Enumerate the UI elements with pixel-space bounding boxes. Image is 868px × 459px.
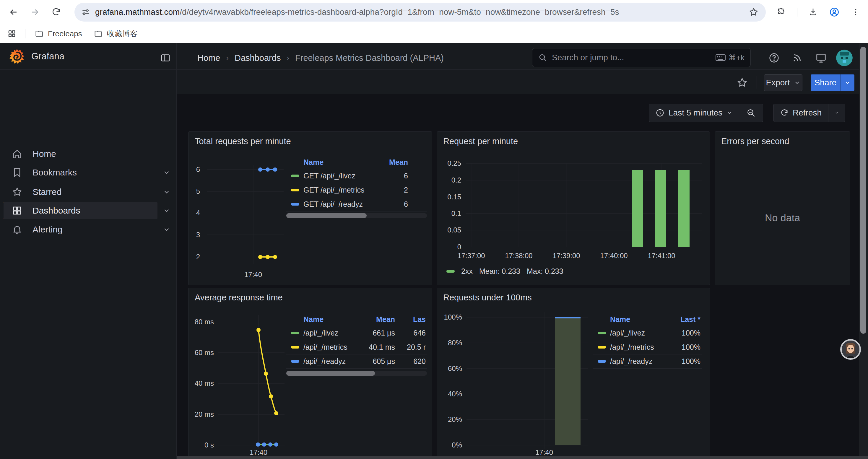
series-name[interactable]: GET /api/_/metrics (303, 186, 373, 194)
bookmark-star-icon[interactable] (749, 7, 759, 17)
series-swatch-blue[interactable] (291, 203, 299, 205)
extensions-icon[interactable] (774, 5, 788, 19)
x-tick: 17:40 (244, 270, 262, 279)
browser-toolbar: grafana.mathmast.com/d/deytv4rwavabkb/fr… (0, 0, 868, 24)
series-name[interactable]: /api/_/livez (610, 329, 665, 337)
refresh-button[interactable]: Refresh (774, 104, 828, 122)
floating-avatar[interactable] (840, 339, 861, 360)
legend-col-last[interactable]: Las (395, 315, 426, 324)
time-range-picker[interactable]: Last 5 minutes (649, 104, 739, 122)
download-icon[interactable] (806, 5, 820, 19)
legend-col-last[interactable]: Last * (665, 315, 701, 324)
legend-col-name[interactable]: Name (303, 158, 373, 167)
legend-col-mean[interactable]: Mean (360, 315, 395, 324)
y-tick: 40% (441, 390, 462, 398)
user-avatar[interactable] (836, 50, 852, 66)
breadcrumb-home[interactable]: Home (197, 53, 220, 63)
forward-icon[interactable] (28, 5, 42, 19)
panel-title: Request per minute (443, 136, 518, 146)
series-swatch-green[interactable] (291, 332, 299, 334)
profile-icon[interactable] (827, 5, 841, 19)
help-icon[interactable] (766, 50, 782, 66)
sidebar-item-starred[interactable]: Starred (4, 184, 157, 201)
series-swatch-green[interactable] (598, 332, 606, 334)
page-scrollbar-thumb[interactable] (860, 47, 866, 334)
share-menu-button[interactable] (840, 74, 855, 91)
y-tick: 0.1 (440, 209, 461, 218)
chevron-down-icon (794, 79, 800, 86)
folder-icon (94, 29, 103, 38)
menu-kebab-icon[interactable] (848, 5, 863, 19)
panel-total-requests[interactable]: Total requests per minute 6 5 4 3 2 17:4… (188, 131, 432, 285)
panel-average-response-time[interactable]: Average response time 80 ms 60 ms 40 ms … (188, 288, 432, 459)
legend-scrollbar-thumb[interactable] (286, 371, 375, 376)
series-name[interactable]: /api/_/livez (303, 329, 360, 337)
series-swatch-green[interactable] (291, 174, 299, 177)
y-tick: 80 ms (193, 318, 214, 326)
sidebar-item-home[interactable]: Home (4, 145, 157, 162)
series-swatch-blue[interactable] (291, 360, 299, 363)
chevron-down-icon[interactable] (161, 186, 173, 198)
share-button[interactable]: Share (811, 74, 840, 91)
favorite-star-icon[interactable] (734, 74, 750, 91)
series-swatch-yellow[interactable] (598, 346, 606, 349)
export-button[interactable]: Export (764, 74, 802, 91)
legend-col-mean[interactable]: Mean (373, 158, 408, 167)
time-range-label: Last 5 minutes (669, 108, 722, 118)
no-data-message: No data (715, 212, 850, 224)
chevron-down-icon[interactable] (161, 224, 173, 235)
bottom-scrollbar[interactable] (177, 456, 868, 459)
y-tick: 3 (182, 231, 200, 239)
screen-share-icon[interactable] (813, 50, 829, 66)
chevron-down-icon (844, 79, 851, 86)
sidebar-toggle-icon[interactable] (157, 50, 174, 66)
series-name[interactable]: 2xx (461, 267, 473, 275)
series-swatch-yellow[interactable] (291, 346, 299, 349)
series-last: 100% (665, 357, 701, 366)
series-name[interactable]: GET /api/_/readyz (303, 200, 373, 208)
series-name[interactable]: /api/_/metrics (610, 343, 665, 352)
search-input[interactable]: Search or jump to... ⌘+k (532, 48, 751, 67)
star-icon (12, 187, 23, 197)
legend-scrollbar[interactable] (286, 371, 427, 376)
sidebar-item-label: Home (32, 149, 56, 159)
panel-request-per-minute[interactable]: Request per minute 0.25 0.2 0.15 0.1 0.0… (437, 131, 710, 285)
legend-scrollbar-thumb[interactable] (286, 213, 367, 218)
refresh-interval-button[interactable] (829, 104, 845, 122)
y-tick: 60% (441, 364, 462, 373)
grafana-logo[interactable] (9, 48, 25, 64)
panel-errors-per-second[interactable]: Errors per second No data (715, 131, 850, 285)
series-name[interactable]: /api/_/readyz (610, 357, 665, 366)
url-domain: grafana.mathmast.com (95, 7, 180, 17)
legend-scrollbar[interactable] (286, 213, 427, 218)
series-swatch-green[interactable] (446, 270, 455, 273)
series-name[interactable]: /api/_/metrics (303, 343, 360, 352)
actions-separator (756, 76, 757, 89)
time-range-group: Last 5 minutes (649, 104, 763, 122)
series-name[interactable]: GET /api/_/livez (303, 172, 373, 180)
legend-row: GET /api/_/livez 6 (286, 169, 427, 183)
apps-grid-icon[interactable] (5, 27, 19, 41)
sidebar-item-dashboards[interactable]: Dashboards (4, 202, 157, 219)
series-swatch-blue[interactable] (598, 360, 606, 363)
news-rss-icon[interactable] (789, 50, 805, 66)
sidebar-item-bookmarks[interactable]: Bookmarks (4, 164, 157, 181)
site-settings-icon[interactable] (81, 7, 90, 17)
bookmark-folder-freeleaps[interactable]: Freeleaps (31, 27, 86, 40)
series-mean: 40.1 ms (360, 343, 395, 352)
breadcrumb-dashboards[interactable]: Dashboards (235, 53, 281, 63)
legend-col-name[interactable]: Name (303, 315, 360, 324)
bookmark-folder-blogs[interactable]: 收藏博客 (90, 27, 142, 40)
legend-col-name[interactable]: Name (610, 315, 665, 324)
series-swatch-yellow[interactable] (291, 189, 299, 191)
series-name[interactable]: /api/_/readyz (303, 357, 360, 366)
panel-requests-under-100ms[interactable]: Requests under 100ms 100% 80% 60% 40% 20… (437, 288, 710, 459)
zoom-out-button[interactable] (739, 104, 763, 122)
back-icon[interactable] (6, 5, 21, 19)
reload-icon[interactable] (49, 5, 63, 19)
url-bar[interactable]: grafana.mathmast.com/d/deytv4rwavabkb/fr… (74, 3, 766, 22)
sidebar-item-alerting[interactable]: Alerting (4, 221, 157, 238)
y-tick: 60 ms (193, 349, 214, 357)
chevron-down-icon[interactable] (161, 167, 173, 178)
chevron-down-icon[interactable] (161, 205, 173, 217)
